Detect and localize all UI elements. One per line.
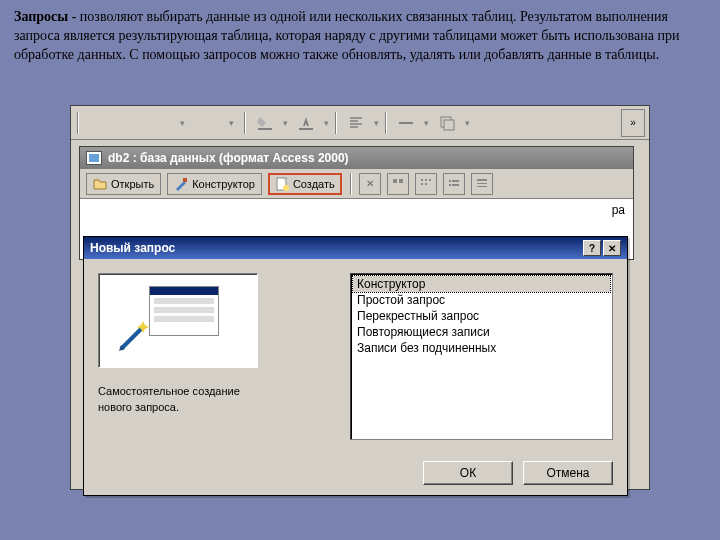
svg-rect-10	[421, 179, 423, 181]
svg-rect-1	[299, 128, 313, 130]
create-label: Создать	[293, 178, 335, 190]
dialog-titlebar[interactable]: Новый запрос ? ✕	[84, 237, 627, 259]
svg-rect-9	[399, 179, 403, 183]
toolbar-separator	[385, 112, 386, 134]
dialog-title: Новый запрос	[90, 241, 175, 255]
new-query-dialog: Новый запрос ? ✕	[83, 236, 628, 496]
svg-rect-5	[183, 178, 187, 182]
wizard-image	[98, 273, 258, 368]
fontsize-dropdown[interactable]: ▾	[193, 110, 238, 136]
large-icons-button[interactable]	[387, 173, 409, 195]
list-view-button[interactable]	[443, 173, 465, 195]
align-left-button[interactable]	[342, 110, 370, 136]
border-button[interactable]	[392, 110, 420, 136]
dialog-button-row: ОК Отмена	[423, 461, 613, 485]
dropdown-arrow-icon[interactable]: ▾	[465, 118, 470, 128]
database-icon	[86, 151, 102, 165]
caption-term: Запросы	[14, 9, 68, 24]
dialog-left-pane: Самостоятельное создание нового запроса.	[98, 273, 338, 440]
dropdown-arrow-icon[interactable]: ▾	[374, 118, 379, 128]
svg-rect-8	[393, 179, 397, 183]
svg-rect-0	[258, 128, 272, 130]
svg-rect-12	[429, 179, 431, 181]
access-app-window: ▾ ▾ ▾ ▾ ▾ ▾ ▾ » db2 : база данных (форма…	[70, 105, 650, 490]
new-icon	[275, 177, 289, 191]
svg-rect-18	[452, 184, 459, 186]
query-type-listbox[interactable]: Конструктор Простой запрос Перекрестный …	[350, 273, 613, 440]
help-button[interactable]: ?	[583, 240, 601, 256]
dialog-body: Самостоятельное создание нового запроса.…	[84, 259, 627, 454]
database-window-titlebar[interactable]: db2 : база данных (формат Access 2000)	[80, 147, 633, 169]
toolbar-separator	[77, 112, 78, 134]
ok-button[interactable]: ОК	[423, 461, 513, 485]
svg-rect-21	[477, 186, 487, 187]
small-icons-button[interactable]	[415, 173, 437, 195]
delete-button[interactable]: ✕	[359, 173, 381, 195]
fill-color-button[interactable]	[251, 110, 279, 136]
dropdown-arrow-icon[interactable]: ▾	[283, 118, 288, 128]
list-item[interactable]: Простой запрос	[353, 292, 610, 308]
caption-text: - позволяют выбирать данные из одной или…	[14, 9, 679, 62]
details-view-button[interactable]	[471, 173, 493, 195]
svg-rect-17	[449, 184, 451, 186]
svg-rect-16	[452, 180, 459, 182]
list-item[interactable]: Перекрестный запрос	[353, 308, 610, 324]
toolbar-separator	[335, 112, 336, 134]
svg-rect-11	[425, 179, 427, 181]
designer-label: Конструктор	[192, 178, 255, 190]
dialog-description: Самостоятельное создание нового запроса.	[98, 380, 338, 416]
database-toolbar: Открыть Конструктор Создать ✕	[80, 169, 633, 199]
list-item[interactable]: Повторяющиеся записи	[353, 324, 610, 340]
list-item[interactable]: Записи без подчиненных	[353, 340, 610, 356]
create-button[interactable]: Создать	[268, 173, 342, 195]
svg-rect-14	[425, 183, 427, 185]
svg-rect-13	[421, 183, 423, 185]
toolbar-separator	[244, 112, 245, 134]
svg-rect-4	[444, 120, 454, 130]
designer-icon	[174, 177, 188, 191]
open-label: Открыть	[111, 178, 154, 190]
slide-caption: Запросы - позволяют выбирать данные из о…	[0, 0, 720, 75]
toolbar-overflow-button[interactable]: »	[621, 109, 645, 137]
designer-button[interactable]: Конструктор	[167, 173, 262, 195]
database-window-title: db2 : база данных (формат Access 2000)	[108, 151, 349, 165]
special-effect-button[interactable]	[433, 110, 461, 136]
open-button[interactable]: Открыть	[86, 173, 161, 195]
svg-rect-19	[477, 179, 487, 181]
open-icon	[93, 177, 107, 191]
dropdown-arrow-icon[interactable]: ▾	[424, 118, 429, 128]
list-item[interactable]: Конструктор	[353, 276, 610, 292]
font-color-button[interactable]	[292, 110, 320, 136]
dropdown-arrow-icon[interactable]: ▾	[324, 118, 329, 128]
svg-point-7	[283, 185, 289, 191]
cancel-button[interactable]: Отмена	[523, 461, 613, 485]
font-dropdown[interactable]: ▾	[84, 110, 189, 136]
partial-text: ра	[612, 203, 625, 217]
svg-rect-15	[449, 180, 451, 182]
wand-icon	[117, 319, 151, 353]
toolbar-separator	[350, 173, 351, 195]
close-button[interactable]: ✕	[603, 240, 621, 256]
svg-rect-20	[477, 183, 487, 184]
mini-form-graphic	[149, 286, 219, 336]
formatting-toolbar: ▾ ▾ ▾ ▾ ▾ ▾ ▾ »	[71, 106, 649, 140]
